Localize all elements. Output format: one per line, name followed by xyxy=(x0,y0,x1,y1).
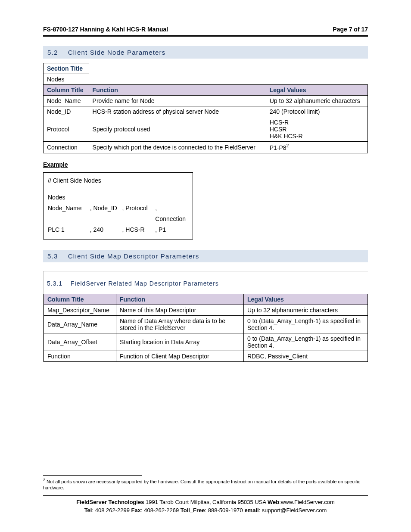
example-val: , P1 xyxy=(155,224,188,235)
col-header: Function xyxy=(89,85,266,96)
footer-tel-label: Tel xyxy=(84,507,92,513)
cell: Specify protocol used xyxy=(89,117,266,142)
cell: 240 (Protocol limit) xyxy=(266,106,367,117)
footer-fax-value: : 408-262-2269 xyxy=(141,507,181,513)
section-title: Client Side Map Descriptor Parameters xyxy=(68,252,199,260)
cell: Provide name for Node xyxy=(89,96,266,106)
table-row: Section Title xyxy=(44,63,368,74)
col-header: Function xyxy=(116,294,244,305)
cell: Data_Array_Name xyxy=(44,315,116,333)
table-row: Node_Name Provide name for Node Up to 32… xyxy=(44,96,368,106)
cell: HCS-R station address of physical server… xyxy=(89,106,266,117)
col-header: Column Title xyxy=(44,294,116,305)
header-page-number: Page 7 of 17 xyxy=(333,26,368,33)
example-header: Nodes xyxy=(48,192,188,203)
section-number: 5.3.1 xyxy=(47,280,62,287)
cell: Function xyxy=(44,351,116,361)
cell: Map_Descriptor_Name xyxy=(44,305,116,315)
col-header: Legal Values xyxy=(266,85,367,96)
col-header: Legal Values xyxy=(244,294,368,305)
table-row: Node_ID HCS-R station address of physica… xyxy=(44,106,368,117)
legal-value-line: HCSR xyxy=(270,126,364,133)
footer-email-label: email xyxy=(244,507,258,513)
table-row: Function Function of Client Map Descript… xyxy=(44,351,368,361)
empty-cell xyxy=(89,74,367,85)
example-col: , Node_ID xyxy=(90,203,122,224)
example-label: Example xyxy=(43,161,368,168)
cell: Specify which port the device is connect… xyxy=(89,142,266,153)
cell: Function of Client Map Descriptor xyxy=(116,351,244,361)
footer-email-value: : support@FieldServer.com xyxy=(259,507,327,513)
client-side-node-params-table: Section Title Nodes Column Title Functio… xyxy=(43,63,368,153)
footer-text: FieldServer Technologies 1991 Tarob Cour… xyxy=(43,498,368,515)
example-columns-row: Node_Name , Node_ID , Protocol , Connect… xyxy=(48,203,188,224)
example-val: PLC 1 xyxy=(48,224,90,235)
footnote-ref: 2 xyxy=(286,143,289,148)
legal-value-line: H&K HCS-R xyxy=(270,133,364,140)
footer-company: FieldServer Technologies xyxy=(76,499,144,505)
section-number: 5.3 xyxy=(47,252,58,260)
footer-tel-value: : 408 262-2299 xyxy=(92,507,131,513)
map-descriptor-params-table: Column Title Function Legal Values Map_D… xyxy=(44,294,368,362)
cell: RDBC, Passive_Client xyxy=(244,351,368,361)
legal-value: P1-P8 xyxy=(270,144,286,151)
legal-value-line: HCS-R xyxy=(270,119,364,126)
col-header: Column Title xyxy=(44,85,89,96)
example-col: , Protocol xyxy=(122,203,156,224)
footnote-text: Not all ports shown are necessarily supp… xyxy=(43,479,360,491)
cell: Starting location in Data Array xyxy=(116,333,244,351)
section-title: Client Side Node Parameters xyxy=(68,49,166,56)
footer-toll-value: : 888-509-1970 xyxy=(205,507,245,513)
subsection-5-3-1-wrapper: 5.3.1 FieldServer Related Map Descriptor… xyxy=(43,271,368,362)
table-row: Nodes xyxy=(44,74,368,85)
table-header-row: Column Title Function Legal Values xyxy=(44,85,368,96)
example-values-row: PLC 1 , 240 , HCS-R , P1 xyxy=(48,224,188,235)
cell: 0 to (Data_Array_Length-1) as specified … xyxy=(244,315,368,333)
page-footer-block: 2 Not all ports shown are necessarily su… xyxy=(43,475,368,515)
section-title-value: Nodes xyxy=(44,74,89,85)
table-row: Protocol Specify protocol used HCS-R HCS… xyxy=(44,117,368,142)
footer-web-value: :www.FieldServer.com xyxy=(279,499,335,505)
cell: Name of this Map Descriptor xyxy=(116,305,244,315)
table-header-row: Column Title Function Legal Values xyxy=(44,294,368,305)
header-title-left: FS-8700-127 Hanning & Kahl HCS-R Manual xyxy=(43,26,168,33)
cell: Connection xyxy=(44,142,89,153)
section-5-3-heading: 5.3 Client Side Map Descriptor Parameter… xyxy=(43,250,368,262)
footer-address: 1991 Tarob Court Milpitas, California 95… xyxy=(144,499,268,505)
section-number: 5.2 xyxy=(47,49,58,56)
table-row: Map_Descriptor_Name Name of this Map Des… xyxy=(44,305,368,315)
cell: Up to 32 alphanumeric characters xyxy=(266,96,367,106)
cell: Name of Data Array where data is to be s… xyxy=(116,315,244,333)
page-header: FS-8700-127 Hanning & Kahl HCS-R Manual … xyxy=(43,26,368,37)
example-col: Node_Name xyxy=(48,203,90,224)
footer-fax-label: Fax xyxy=(131,507,141,513)
footnote: 2 Not all ports shown are necessarily su… xyxy=(43,477,368,491)
cell: HCS-R HCSR H&K HCS-R xyxy=(266,117,367,142)
example-val: , HCS-R xyxy=(122,224,156,235)
footer-rule xyxy=(43,495,368,496)
cell: P1-P82 xyxy=(266,142,367,153)
example-col: , Connection xyxy=(155,203,188,224)
section-title-label: Section Title xyxy=(44,63,89,74)
cell: Protocol xyxy=(44,117,89,142)
footnote-separator xyxy=(43,475,142,476)
table-row: Data_Array_Offset Starting location in D… xyxy=(44,333,368,351)
cell: Data_Array_Offset xyxy=(44,333,116,351)
table-row: Data_Array_Name Name of Data Array where… xyxy=(44,315,368,333)
empty-cell xyxy=(89,63,367,74)
cell: 0 to (Data_Array_Length-1) as specified … xyxy=(244,333,368,351)
section-5-2-heading: 5.2 Client Side Node Parameters xyxy=(43,46,368,59)
example-comment: // Client Side Nodes xyxy=(48,175,188,186)
footer-web-label: Web xyxy=(268,499,279,505)
cell: Node_ID xyxy=(44,106,89,117)
section-5-3-1-heading: 5.3.1 FieldServer Related Map Descriptor… xyxy=(44,277,368,289)
cell: Up to 32 alphanumeric characters xyxy=(244,305,368,315)
footer-toll-label: Toll_Free xyxy=(181,507,205,513)
example-val: , 240 xyxy=(90,224,122,235)
table-row: Connection Specify which port the device… xyxy=(44,142,368,153)
cell: Node_Name xyxy=(44,96,89,106)
section-title: FieldServer Related Map Descriptor Param… xyxy=(71,280,219,287)
example-box: // Client Side Nodes Nodes Node_Name , N… xyxy=(43,172,193,240)
